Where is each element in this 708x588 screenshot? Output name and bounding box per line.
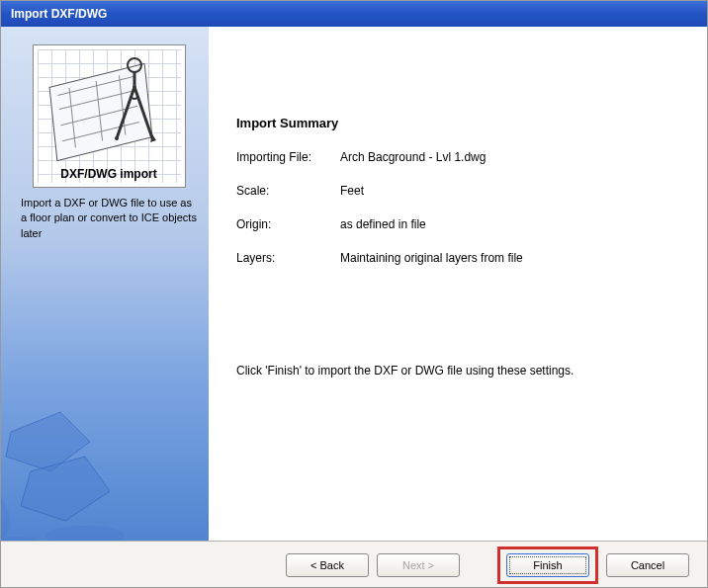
finish-highlight: Finish [497, 546, 598, 584]
sidebar-illustration: DXF/DWG import [33, 44, 186, 188]
summary-label: Layers: [236, 251, 340, 265]
ice-decoration [1, 373, 169, 541]
content-panel: Import Summary Importing File: Arch Bacg… [209, 27, 707, 541]
finish-instruction: Click 'Finish' to import the DXF or DWG … [236, 364, 679, 378]
compass-icon [105, 53, 164, 142]
summary-label: Origin: [236, 217, 340, 231]
illustration-label: DXF/DWG import [34, 167, 185, 181]
cancel-button[interactable]: Cancel [606, 553, 689, 577]
sidebar: DXF/DWG import Import a DXF or DWG file … [1, 27, 209, 541]
summary-value: Feet [340, 184, 679, 198]
main-area: DXF/DWG import Import a DXF or DWG file … [1, 27, 707, 541]
summary-heading: Import Summary [236, 116, 679, 130]
finish-button[interactable]: Finish [506, 553, 589, 577]
summary-label: Scale: [236, 184, 340, 198]
summary-value: Arch Bacground - Lvl 1.dwg [340, 150, 679, 164]
svg-point-3 [1, 537, 38, 541]
summary-value: Maintaining original layers from file [340, 251, 679, 265]
window-title: Import DXF/DWG [11, 7, 107, 21]
svg-point-0 [128, 58, 141, 72]
summary-row-scale: Scale: Feet [236, 184, 679, 198]
summary-row-file: Importing File: Arch Bacground - Lvl 1.d… [236, 150, 679, 164]
svg-point-2 [45, 526, 125, 541]
svg-point-1 [115, 136, 119, 140]
back-button[interactable]: < Back [286, 553, 369, 577]
summary-label: Importing File: [236, 150, 340, 164]
next-button: Next > [377, 553, 460, 577]
summary-row-origin: Origin: as defined in file [236, 217, 679, 231]
button-bar: < Back Next > Finish Cancel [1, 541, 707, 588]
titlebar: Import DXF/DWG [1, 1, 707, 27]
summary-value: as defined in file [340, 217, 679, 231]
summary-row-layers: Layers: Maintaining original layers from… [236, 251, 679, 265]
sidebar-description: Import a DXF or DWG file to use as a flo… [21, 196, 197, 241]
